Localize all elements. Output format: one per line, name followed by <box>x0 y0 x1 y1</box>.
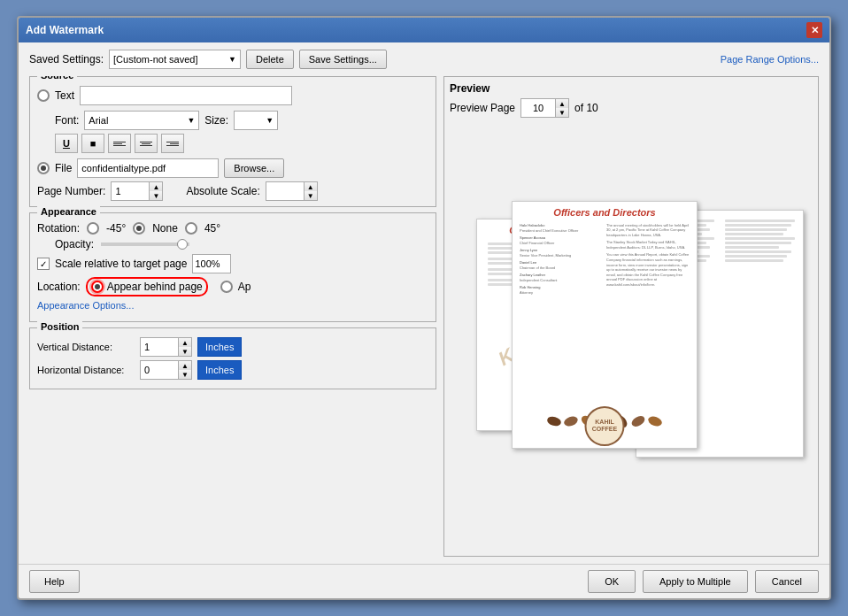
help-button[interactable]: Help <box>29 570 80 593</box>
horizontal-distance-row: Horizontal Distance: ▲ ▼ Inches <box>37 360 428 380</box>
save-settings-button[interactable]: Save Settings... <box>299 50 387 69</box>
browse-button[interactable]: Browse... <box>224 158 284 178</box>
absolute-scale-down[interactable]: ▼ <box>305 191 317 200</box>
page-number-arrows: ▲ ▼ <box>150 181 163 201</box>
size-dropdown-icon[interactable]: ▼ <box>266 116 274 125</box>
preview-pages-container: Officers and Directors <box>459 201 804 475</box>
absolute-scale-arrows: ▲ ▼ <box>305 181 318 201</box>
location-row: Location: Appear behind page Ap <box>37 277 428 296</box>
location-behind-option[interactable]: Appear behind page <box>86 277 208 296</box>
page-number-input[interactable] <box>111 181 150 201</box>
preview-page-down[interactable]: ▼ <box>556 108 568 117</box>
location-appear-label: Ap <box>238 281 251 293</box>
scale-checkbox[interactable]: ✓ <box>37 258 50 270</box>
fbean7 <box>647 414 663 427</box>
vertical-distance-input[interactable] <box>140 337 179 357</box>
saved-settings-dropdown-icon[interactable]: ▼ <box>228 55 236 64</box>
appearance-options-link[interactable]: Appearance Options... <box>37 300 428 311</box>
front-page-logo: KAHILCOFFEE <box>585 406 625 446</box>
location-behind-label: Appear behind page <box>107 281 203 293</box>
top-bar: Saved Settings: [Custom-not saved] ▼ Del… <box>29 50 819 69</box>
third-col-2 <box>721 218 800 430</box>
preview-page-arrows: ▲ ▼ <box>556 98 569 118</box>
page-number-down[interactable]: ▼ <box>150 191 162 200</box>
fbean1 <box>546 415 562 427</box>
cancel-button[interactable]: Cancel <box>755 570 819 593</box>
horizontal-inches-button[interactable]: Inches <box>197 360 242 380</box>
preview-page-input[interactable] <box>520 98 556 118</box>
file-radio[interactable] <box>37 162 50 174</box>
absolute-scale-up[interactable]: ▲ <box>305 182 317 191</box>
font-value: Arial <box>89 115 187 126</box>
underline-button[interactable]: U <box>55 134 78 153</box>
horizontal-distance-spinbox: ▲ ▼ <box>140 360 192 380</box>
rotation-45-radio[interactable] <box>185 222 197 235</box>
rotation-none-radio[interactable] <box>133 222 145 235</box>
vertical-distance-spinbox: ▲ ▼ <box>140 337 192 357</box>
rotation-neg45-radio[interactable] <box>87 222 99 235</box>
scale-label: Scale relative to target page <box>55 258 187 270</box>
preview-of-label: of 10 <box>574 102 598 114</box>
preview-page-spinbox: ▲ ▼ <box>520 98 569 118</box>
position-label: Position <box>37 321 82 332</box>
text-label: Text <box>55 89 74 102</box>
location-behind-radio[interactable] <box>91 281 104 293</box>
horizontal-down[interactable]: ▼ <box>179 370 191 379</box>
file-input[interactable] <box>77 158 219 178</box>
preview-header: Preview Page ▲ ▼ of 10 <box>450 98 813 118</box>
saved-settings-label: Saved Settings: <box>29 53 104 65</box>
align-left-button[interactable] <box>108 134 131 153</box>
vertical-distance-label: Vertical Distance: <box>37 342 135 352</box>
preview-section: Preview Preview Page ▲ ▼ of 10 <box>443 76 819 557</box>
close-button[interactable]: ✕ <box>806 22 822 38</box>
preview-area: Officers and Directors <box>450 125 813 551</box>
vertical-distance-arrows: ▲ ▼ <box>179 337 192 357</box>
horizontal-up[interactable]: ▲ <box>179 361 191 370</box>
align-center-button[interactable] <box>135 134 158 153</box>
front-page-content: Halo Habaclobo President and Chief Execu… <box>516 221 693 299</box>
font-row: Font: Arial ▼ Size: ▼ <box>55 111 428 130</box>
location-label: Location: <box>37 281 81 293</box>
appearance-label: Appearance <box>37 206 100 217</box>
page-number-spinbox: ▲ ▼ <box>111 181 163 201</box>
opacity-slider[interactable] <box>101 243 189 246</box>
text-radio[interactable] <box>37 89 50 102</box>
vertical-inches-button[interactable]: Inches <box>197 337 242 357</box>
delete-button[interactable]: Delete <box>246 50 294 69</box>
color-button[interactable]: ■ <box>81 134 104 153</box>
page-range-options-link[interactable]: Page Range Options... <box>721 54 819 65</box>
fbean2 <box>563 414 579 427</box>
rotation-label: Rotation: <box>37 222 80 235</box>
saved-settings-value: [Custom-not saved] <box>113 54 228 65</box>
font-dropdown-icon[interactable]: ▼ <box>187 116 195 125</box>
absolute-scale-label: Absolute Scale: <box>186 185 259 197</box>
vertical-up[interactable]: ▲ <box>179 338 191 347</box>
horizontal-distance-input[interactable] <box>140 360 179 380</box>
page-number-label: Page Number: <box>37 185 105 197</box>
apply-multiple-button[interactable]: Apply to Multiple <box>643 570 748 593</box>
page-number-up[interactable]: ▲ <box>150 182 162 191</box>
align-right-button[interactable] <box>161 134 184 153</box>
main-area: Source Text Font: Arial ▼ Siz <box>29 76 819 557</box>
ok-button[interactable]: OK <box>588 570 636 593</box>
front-page-title: Officers and Directors <box>516 207 693 218</box>
file-label: File <box>55 162 72 174</box>
format-row: U ■ <box>55 134 428 153</box>
text-input[interactable] <box>80 86 292 105</box>
location-appear-radio[interactable] <box>220 281 233 293</box>
opacity-row: Opacity: <box>55 238 428 250</box>
preview-section-label: Preview <box>450 82 813 95</box>
scale-value-input[interactable] <box>192 254 231 273</box>
absolute-scale-input[interactable] <box>266 181 305 201</box>
right-panel: Preview Preview Page ▲ ▼ of 10 <box>443 76 819 557</box>
source-label: Source <box>37 76 77 81</box>
preview-page-label: Preview Page <box>450 102 515 114</box>
title-bar: Add Watermark ✕ <box>19 18 829 42</box>
rotation-neg45-label: -45° <box>106 222 126 235</box>
vertical-down[interactable]: ▼ <box>179 347 191 356</box>
front-col-2: The annual meeting of stockholders will … <box>606 223 690 297</box>
horizontal-distance-label: Horizontal Distance: <box>37 365 135 375</box>
bottom-bar: Help OK Apply to Multiple Cancel <box>19 564 829 598</box>
scale-row: ✓ Scale relative to target page <box>37 254 428 273</box>
preview-page-up[interactable]: ▲ <box>556 99 568 108</box>
